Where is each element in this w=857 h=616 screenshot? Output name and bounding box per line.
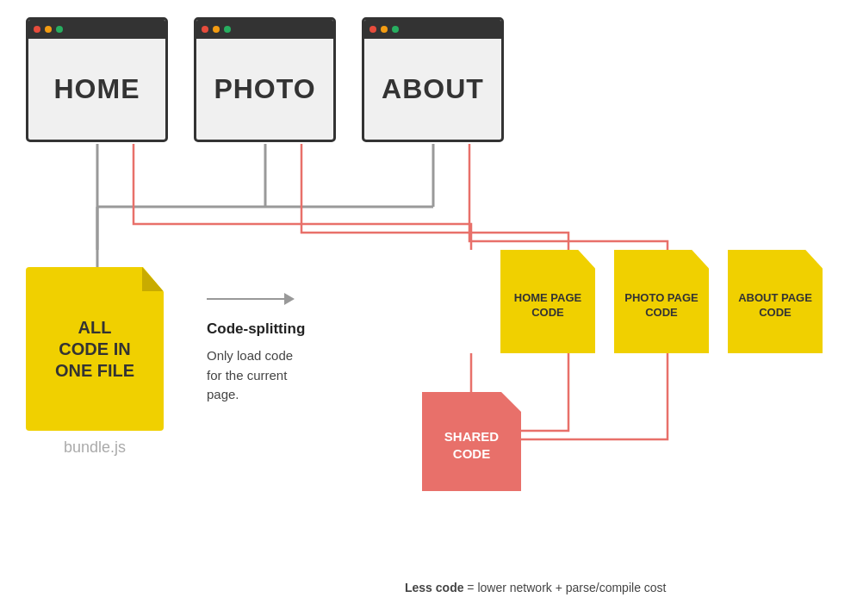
bottom-note-rest: = lower network + parse/compile cost bbox=[463, 581, 666, 594]
shared-code-text: SHAREDCODE bbox=[444, 421, 499, 462]
dot-yellow-2 bbox=[213, 26, 220, 33]
middle-section: Code-splitting Only load codefor the cur… bbox=[207, 293, 379, 405]
shared-code-shape: SHAREDCODE bbox=[422, 392, 521, 491]
photo-page-code-text: PHOTO PAGE CODE bbox=[614, 283, 709, 320]
bottom-note-bold: Less code bbox=[405, 581, 463, 594]
about-browser-content: ABOUT bbox=[364, 39, 501, 140]
home-page-code-file: HOME PAGE CODE bbox=[500, 250, 595, 353]
big-file: ALLCODE INONE FILE bundle.js bbox=[26, 267, 164, 431]
shared-code-file: SHAREDCODE bbox=[422, 392, 521, 491]
photo-browser-toolbar bbox=[196, 20, 333, 39]
dot-red-3 bbox=[370, 26, 376, 33]
bundle-label: bundle.js bbox=[64, 439, 126, 457]
about-page-code-shape: ABOUT PAGE CODE bbox=[728, 250, 823, 353]
photo-page-code-shape: PHOTO PAGE CODE bbox=[614, 250, 709, 353]
home-browser-content: HOME bbox=[28, 39, 165, 140]
photo-browser-content: PHOTO bbox=[196, 39, 333, 140]
about-browser: ABOUT bbox=[362, 17, 504, 142]
arrow-head bbox=[284, 293, 295, 305]
arrow-right bbox=[207, 293, 379, 305]
dot-green bbox=[56, 26, 63, 33]
big-file-fold bbox=[142, 267, 164, 291]
about-page-code-text: ABOUT PAGE CODE bbox=[728, 283, 823, 320]
dot-red bbox=[34, 26, 40, 33]
photo-browser: PHOTO bbox=[194, 17, 336, 142]
home-browser-toolbar bbox=[28, 20, 165, 39]
big-file-text: ALLCODE INONE FILE bbox=[55, 317, 134, 382]
dot-red-2 bbox=[202, 26, 208, 33]
about-browser-toolbar bbox=[364, 20, 501, 39]
arrow-line bbox=[207, 298, 284, 300]
home-browser: HOME bbox=[26, 17, 168, 142]
code-splitting-title: Code-splitting bbox=[207, 320, 379, 338]
bottom-note: Less code = lower network + parse/compil… bbox=[405, 581, 666, 594]
home-browser-label: HOME bbox=[54, 73, 140, 105]
home-page-code-text: HOME PAGE CODE bbox=[500, 283, 595, 320]
about-browser-label: ABOUT bbox=[382, 73, 484, 105]
dot-green-3 bbox=[392, 26, 399, 33]
browser-windows: HOME PHOTO ABOUT bbox=[26, 17, 504, 142]
photo-browser-label: PHOTO bbox=[214, 73, 315, 105]
dot-green-2 bbox=[224, 26, 231, 33]
home-page-code-shape: HOME PAGE CODE bbox=[500, 250, 595, 353]
code-splitting-desc: Only load codefor the currentpage. bbox=[207, 346, 379, 405]
big-file-shape: ALLCODE INONE FILE bbox=[26, 267, 164, 431]
about-page-code-file: ABOUT PAGE CODE bbox=[728, 250, 823, 353]
dot-yellow bbox=[45, 26, 52, 33]
diagram-container: HOME PHOTO ABOUT bbox=[0, 0, 857, 616]
dot-yellow-3 bbox=[381, 26, 388, 33]
photo-page-code-file: PHOTO PAGE CODE bbox=[614, 250, 709, 353]
right-files: HOME PAGE CODE PHOTO PAGE CODE ABOUT PAG… bbox=[500, 250, 823, 353]
